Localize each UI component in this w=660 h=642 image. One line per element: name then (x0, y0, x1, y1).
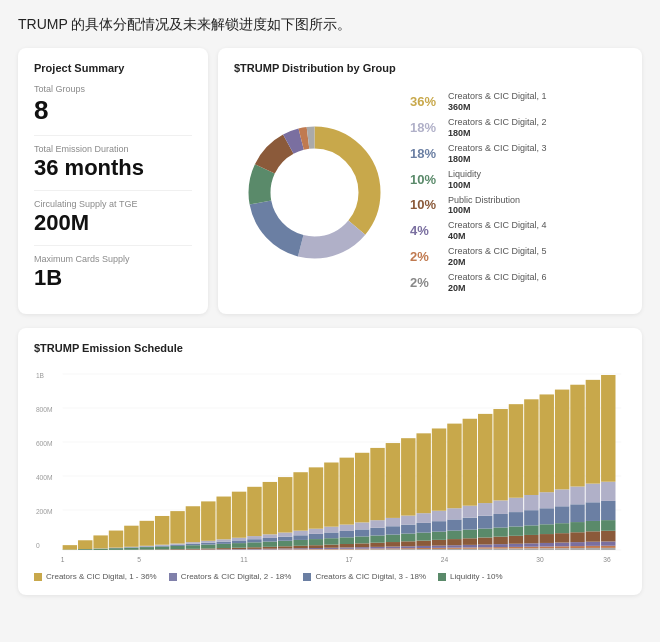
legend-item-1: Creators & CIC Digital, 1 - 36% (34, 572, 157, 581)
distribution-title: $TRUMP Distribution by Group (234, 62, 626, 74)
bar-19-layer-3 (340, 537, 354, 544)
bar-34-layer-1 (570, 487, 584, 505)
bar-21-layer-0 (370, 448, 384, 520)
bar-29-layer-5 (493, 544, 507, 547)
bar-19-layer-2 (340, 531, 354, 537)
svg-text:30: 30 (536, 556, 544, 563)
bar-27-layer-7 (463, 549, 477, 550)
bar-28-layer-3 (478, 529, 492, 538)
bar-25-layer-7 (432, 549, 446, 550)
bar-9-layer-2 (186, 544, 200, 546)
bar-36-layer-1 (601, 482, 615, 501)
bar-36-layer-4 (601, 531, 615, 542)
bar-13-layer-3 (247, 542, 261, 547)
bar-15-layer-5 (278, 549, 292, 550)
bar-20-layer-5 (355, 547, 369, 548)
bar-8-layer-0 (170, 511, 184, 543)
bar-5-layer-3 (124, 548, 138, 550)
bar-6-layer-3 (140, 547, 154, 549)
bar-31-layer-3 (524, 526, 538, 536)
bar-27-layer-6 (463, 548, 477, 549)
bar-3-layer-0 (93, 536, 107, 549)
bar-36-layer-6 (601, 546, 615, 548)
duration-label: Total Emission Duration (34, 144, 192, 154)
project-summary-title: Project Summary (34, 62, 192, 74)
bar-25-layer-3 (432, 532, 446, 540)
bar-25-layer-0 (432, 429, 446, 511)
bar-12-layer-3 (232, 543, 246, 548)
legend-item-1: 36% Creators & CIC Digital, 1 360M (410, 91, 626, 112)
legend-label-1: Creators & CIC Digital, 1 - 36% (46, 572, 157, 581)
bar-23-layer-7 (401, 549, 415, 550)
bar-22-layer-7 (386, 549, 400, 550)
divider-3 (34, 245, 192, 246)
bar-12-layer-4 (232, 548, 246, 549)
bar-15-layer-1 (278, 533, 292, 537)
bar-21-layer-1 (370, 520, 384, 528)
bar-11-layer-4 (216, 548, 230, 549)
bar-22-layer-0 (386, 443, 400, 518)
bar-11-layer-1 (216, 539, 230, 541)
bar-28-layer-4 (478, 538, 492, 545)
bar-36-layer-5 (601, 542, 615, 546)
bar-27-layer-5 (463, 545, 477, 548)
bar-19-layer-7 (340, 550, 354, 551)
legend-color-2 (169, 573, 177, 581)
bar-17-layer-3 (309, 539, 323, 545)
bar-9-layer-4 (186, 549, 200, 550)
bar-11-layer-0 (216, 497, 230, 540)
bar-29-layer-7 (493, 549, 507, 550)
bar-33-layer-2 (555, 506, 569, 523)
bar-9-layer-3 (186, 545, 200, 549)
bar-35-layer-5 (586, 542, 600, 546)
duration-value: 36 months (34, 156, 192, 180)
legend-item-2: Creators & CIC Digital, 2 - 18% (169, 572, 292, 581)
top-row: Project Summary Total Groups 8 Total Emi… (18, 48, 642, 314)
bar-22-layer-6 (386, 549, 400, 550)
bar-17-layer-4 (309, 545, 323, 548)
legend-item-2: 18% Creators & CIC Digital, 2 180M (410, 117, 626, 138)
bar-11-layer-3 (216, 544, 230, 548)
donut-center (280, 158, 348, 226)
divider-2 (34, 190, 192, 191)
bar-32-layer-0 (540, 395, 554, 493)
svg-text:24: 24 (441, 556, 449, 563)
bar-22-layer-3 (386, 535, 400, 542)
svg-text:1B: 1B (36, 372, 45, 379)
bar-12-layer-5 (232, 549, 246, 550)
legend-pct-7: 2% (410, 249, 442, 264)
bar-18-layer-5 (324, 548, 338, 549)
bar-26-layer-5 (447, 545, 461, 547)
legend-text-2: Creators & CIC Digital, 2 180M (448, 117, 547, 138)
max-supply-label: Maximum Cards Supply (34, 254, 192, 264)
bar-13-layer-4 (247, 547, 261, 549)
bar-35-layer-4 (586, 531, 600, 541)
bar-6-layer-0 (140, 521, 154, 546)
chart-legend: Creators & CIC Digital, 1 - 36% Creators… (34, 572, 626, 581)
bar-13-layer-1 (247, 536, 261, 539)
bar-2-layer-3 (78, 549, 92, 550)
bar-18-layer-2 (324, 533, 338, 539)
bar-27-layer-3 (463, 530, 477, 539)
bar-16-layer-5 (293, 548, 307, 549)
bar-10-layer-4 (201, 549, 215, 550)
bar-16-layer-2 (293, 535, 307, 540)
bar-17-layer-0 (309, 468, 323, 529)
svg-text:11: 11 (240, 556, 248, 563)
bar-34-layer-4 (570, 532, 584, 542)
bar-18-layer-7 (324, 550, 338, 551)
bar-30-layer-7 (509, 549, 523, 551)
bar-23-layer-3 (401, 534, 415, 542)
bar-24-layer-4 (416, 541, 430, 546)
legend-item-4: 10% Liquidity 100M (410, 169, 626, 190)
bar-24-layer-7 (416, 549, 430, 550)
bar-5-layer-0 (124, 526, 138, 547)
bar-26-layer-2 (447, 520, 461, 531)
legend-pct-6: 4% (410, 223, 442, 238)
bar-23-layer-0 (401, 438, 415, 515)
bar-21-layer-5 (370, 547, 384, 549)
legend-text-7: Creators & CIC Digital, 5 20M (448, 246, 547, 267)
groups-value: 8 (34, 96, 192, 125)
bar-23-layer-5 (401, 546, 415, 548)
bar-17-layer-5 (309, 548, 323, 549)
